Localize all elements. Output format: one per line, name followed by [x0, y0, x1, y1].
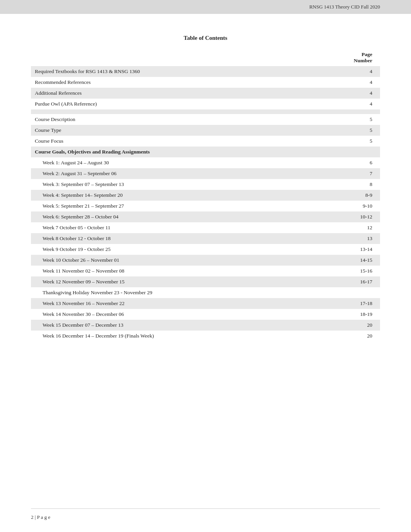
toc-item-page: 12 — [349, 222, 380, 233]
toc-item-label: Week 4: September 14– September 20 — [31, 190, 349, 201]
toc-table: Page Number Required Textbooks for RSG 1… — [31, 49, 380, 341]
toc-item-page: 7 — [349, 168, 380, 179]
table-row — [31, 109, 380, 114]
toc-item-label: Week 15 December 07 – December 13 — [31, 320, 349, 331]
table-row: Week 5: September 21 – September 279-10 — [31, 201, 380, 211]
toc-item-label: Recommended References — [31, 77, 349, 88]
toc-item-page: 4 — [349, 88, 380, 99]
toc-item-label: Week 3: September 07 – September 13 — [31, 179, 349, 190]
table-row: Recommended References4 — [31, 77, 380, 88]
toc-item-page: 5 — [349, 136, 380, 147]
table-row: Week 2: August 31 – September 067 — [31, 168, 380, 179]
footer-separator — [31, 508, 380, 509]
toc-item-label: Course Description — [31, 114, 349, 125]
toc-item-label: Week 9 October 19 - October 25 — [31, 244, 349, 255]
toc-item-page: 4 — [349, 99, 380, 109]
toc-item-label: Course Focus — [31, 136, 349, 147]
toc-item-label: Week 6: September 28 – October 04 — [31, 211, 349, 222]
table-row: Week 4: September 14– September 208-9 — [31, 190, 380, 201]
table-header-row: Page Number — [31, 49, 380, 66]
table-row: Week 12 November 09 – November 1516-17 — [31, 276, 380, 287]
toc-item-label: Course Type — [31, 125, 349, 136]
toc-body: Required Textbooks for RSG 1413 & RNSG 1… — [31, 66, 380, 341]
toc-item-page: 10-12 — [349, 211, 380, 222]
toc-item-page — [349, 109, 380, 114]
page-title: Table of Contents — [31, 35, 380, 41]
table-row: Week 10 October 26 – November 0114-15 — [31, 255, 380, 266]
toc-item-label: Week 16 December 14 – December 19 (Final… — [31, 331, 349, 341]
table-row: Week 7 October 05 - October 1112 — [31, 222, 380, 233]
table-row: Week 3: September 07 – September 138 — [31, 179, 380, 190]
table-row: Course Focus5 — [31, 136, 380, 147]
toc-item-page: 17-18 — [349, 298, 380, 309]
footer-text: 2 | P a g e — [31, 514, 50, 520]
page-header: RNSG 1413 Theory CID Fall 2020 — [0, 0, 411, 14]
table-row: Purdue Owl (APA Reference)4 — [31, 99, 380, 109]
toc-item-page: 16-17 — [349, 276, 380, 287]
table-row: Week 15 December 07 – December 1320 — [31, 320, 380, 331]
toc-item-label: Required Textbooks for RSG 1413 & RNSG 1… — [31, 66, 349, 77]
toc-item-label: Week 7 October 05 - October 11 — [31, 222, 349, 233]
col-header-page: Page Number — [349, 49, 380, 66]
table-row: Additional References4 — [31, 88, 380, 99]
toc-item-page — [349, 287, 380, 298]
table-row: Course Description5 — [31, 114, 380, 125]
table-row: Week 13 November 16 – November 2217-18 — [31, 298, 380, 309]
toc-item-label: Week 13 November 16 – November 22 — [31, 298, 349, 309]
toc-item-label: Week 14 November 30 – December 06 — [31, 309, 349, 320]
toc-item-page: 18-19 — [349, 309, 380, 320]
table-row: Week 9 October 19 - October 2513-14 — [31, 244, 380, 255]
col-header-item — [31, 49, 349, 66]
toc-item-page — [349, 147, 380, 157]
toc-item-label: Thanksgiving Holiday November 23 - Novem… — [31, 287, 349, 298]
toc-item-label: Week 10 October 26 – November 01 — [31, 255, 349, 266]
toc-item-label: Week 5: September 21 – September 27 — [31, 201, 349, 211]
toc-item-label: Week 8 October 12 - October 18 — [31, 233, 349, 244]
toc-item-page: 5 — [349, 114, 380, 125]
toc-item-page: 20 — [349, 320, 380, 331]
toc-item-label: Week 1: August 24 – August 30 — [31, 157, 349, 168]
toc-item-page: 13 — [349, 233, 380, 244]
table-row: Required Textbooks for RSG 1413 & RNSG 1… — [31, 66, 380, 77]
toc-item-page: 13-14 — [349, 244, 380, 255]
table-row: Course Goals, Objectives and Reading Ass… — [31, 147, 380, 157]
page-container: RNSG 1413 Theory CID Fall 2020 Table of … — [0, 0, 411, 532]
header-title: RNSG 1413 Theory CID Fall 2020 — [309, 4, 380, 10]
toc-item-label: Week 2: August 31 – September 06 — [31, 168, 349, 179]
table-row: Thanksgiving Holiday November 23 - Novem… — [31, 287, 380, 298]
toc-item-page: 6 — [349, 157, 380, 168]
toc-item-page: 8-9 — [349, 190, 380, 201]
toc-item-page: 9-10 — [349, 201, 380, 211]
toc-item-page: 20 — [349, 331, 380, 341]
footer: 2 | P a g e — [31, 514, 50, 520]
toc-item-page: 14-15 — [349, 255, 380, 266]
toc-item-label: Purdue Owl (APA Reference) — [31, 99, 349, 109]
toc-item-label — [31, 109, 349, 114]
table-row: Week 6: September 28 – October 0410-12 — [31, 211, 380, 222]
table-row: Course Type5 — [31, 125, 380, 136]
toc-item-label: Course Goals, Objectives and Reading Ass… — [31, 147, 349, 157]
toc-item-page: 8 — [349, 179, 380, 190]
toc-item-page: 4 — [349, 66, 380, 77]
toc-item-label: Week 11 November 02 – November 08 — [31, 266, 349, 276]
toc-item-page: 4 — [349, 77, 380, 88]
toc-item-page: 5 — [349, 125, 380, 136]
table-row: Week 14 November 30 – December 0618-19 — [31, 309, 380, 320]
toc-item-page: 15-16 — [349, 266, 380, 276]
table-row: Week 1: August 24 – August 306 — [31, 157, 380, 168]
table-row: Week 8 October 12 - October 1813 — [31, 233, 380, 244]
toc-item-label: Additional References — [31, 88, 349, 99]
table-row: Week 16 December 14 – December 19 (Final… — [31, 331, 380, 341]
toc-item-label: Week 12 November 09 – November 15 — [31, 276, 349, 287]
table-row: Week 11 November 02 – November 0815-16 — [31, 266, 380, 276]
